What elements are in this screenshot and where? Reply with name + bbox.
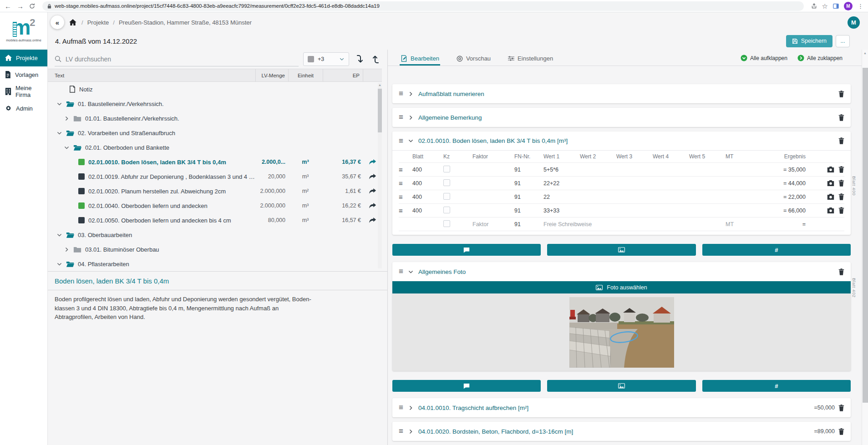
fn-cell[interactable]: 91 xyxy=(514,221,543,228)
trash-icon[interactable] xyxy=(838,114,844,121)
kz-checkbox[interactable] xyxy=(443,207,450,213)
add-hash-button[interactable]: # xyxy=(702,244,851,256)
trash-icon[interactable] xyxy=(838,166,844,173)
user-avatar[interactable]: M xyxy=(848,16,860,29)
chevron-down-icon[interactable] xyxy=(56,232,62,238)
collapse-sidebar-button[interactable]: « xyxy=(51,15,64,29)
tree-scrollbar-thumb[interactable] xyxy=(378,89,382,132)
drag-handle-icon[interactable]: ≡ xyxy=(399,403,403,412)
breadcrumb-item[interactable]: Preußen-Stadion, Hammer Straße, 48153 Mü… xyxy=(119,19,252,26)
chevron-down-icon[interactable] xyxy=(64,145,70,151)
url-bar[interactable]: web-stage.mobiles-aufmass.online/project… xyxy=(42,1,804,11)
add-image-button[interactable] xyxy=(547,244,695,256)
panel-scrollbar[interactable]: ▲ xyxy=(862,50,868,445)
tree-row[interactable]: 04. Pflasterarbeiten xyxy=(48,257,382,271)
drag-handle-icon[interactable]: ≡ xyxy=(399,193,412,201)
kz-cell[interactable] xyxy=(443,179,472,187)
camera-icon[interactable] xyxy=(827,193,834,200)
tree-row[interactable]: 01. Baustelleneinr./Verkehrssich. xyxy=(48,96,382,111)
drag-handle-icon[interactable]: ≡ xyxy=(399,207,412,214)
expand-all-button[interactable]: Alle aufklappen xyxy=(741,55,787,61)
chevron-right-icon[interactable] xyxy=(64,247,70,253)
trash-icon[interactable] xyxy=(838,428,844,435)
sidebar-item-projekte[interactable]: Projekte xyxy=(0,50,47,66)
blatt-cell[interactable]: 400 xyxy=(412,180,443,187)
trash-icon[interactable] xyxy=(838,180,844,187)
add-comment-button[interactable] xyxy=(392,244,541,256)
tree-row[interactable]: 02. Vorarbeiten und Straßenaufbruch xyxy=(48,126,382,140)
browser-menu-icon[interactable]: ⋮ xyxy=(858,3,863,10)
trash-icon[interactable] xyxy=(838,268,844,275)
tree-row[interactable]: 03.01. Bituminöser Oberbau xyxy=(48,242,382,257)
chevron-down-icon[interactable] xyxy=(56,101,62,107)
drag-handle-icon[interactable]: ≡ xyxy=(399,427,403,436)
tree-row[interactable]: 02.01.0020. Planum herstellen zul. Abwei… xyxy=(48,184,382,198)
fn-cell[interactable]: 91 xyxy=(514,167,543,173)
wert1-cell[interactable]: Freie Schreibweise xyxy=(543,221,580,228)
scroll-up-icon[interactable]: ▲ xyxy=(378,83,382,86)
card-header[interactable]: ≡04.01.0010. Tragschicht aufbrechen [m²]… xyxy=(392,398,851,417)
tree-row[interactable]: 02.01.0040. Oberboden liefern und andeck… xyxy=(48,198,382,213)
camera-icon[interactable] xyxy=(827,180,834,187)
tree-row[interactable]: 02.01.0019. Abfuhr zur Deponierung , Bod… xyxy=(48,169,382,184)
card-header[interactable]: ≡02.01.0010. Boden lösen, laden BK 3/4 T… xyxy=(392,131,851,151)
sidebar-item-meine-firma[interactable]: Meine Firma xyxy=(0,83,47,100)
kz-checkbox[interactable] xyxy=(443,179,450,186)
drag-handle-icon[interactable]: ≡ xyxy=(399,179,412,187)
panel-scrollbar-thumb[interactable] xyxy=(863,68,868,403)
mt-cell[interactable]: MT xyxy=(726,221,755,228)
scroll-up-icon[interactable]: ▲ xyxy=(862,51,868,55)
choose-photo-button[interactable]: Foto auswählen xyxy=(392,281,851,293)
blatt-cell[interactable]: 400 xyxy=(412,167,443,173)
export-up-button[interactable] xyxy=(370,53,382,66)
trash-icon[interactable] xyxy=(838,137,844,144)
tab-vorschau[interactable]: Vorschau xyxy=(456,55,492,66)
share-icon[interactable] xyxy=(811,3,817,9)
card-header[interactable]: ≡Aufmaßblatt numerieren xyxy=(392,84,851,103)
import-down-button[interactable] xyxy=(354,53,365,66)
chevron-right-icon[interactable] xyxy=(408,91,414,97)
collapse-all-button[interactable]: Alle zuklappen xyxy=(797,55,843,61)
trash-icon[interactable] xyxy=(838,193,844,200)
tab-bearbeiten[interactable]: Bearbeiten xyxy=(400,55,440,66)
breadcrumb-home-icon[interactable] xyxy=(69,19,76,25)
add-hash-button[interactable]: # xyxy=(702,380,851,392)
kz-checkbox[interactable] xyxy=(443,166,450,172)
chevron-down-icon[interactable] xyxy=(408,138,414,144)
kz-cell[interactable] xyxy=(443,207,472,215)
browser-forward-icon[interactable]: → xyxy=(17,3,24,10)
drag-handle-icon[interactable]: ≡ xyxy=(399,166,412,173)
wert1-cell[interactable]: 5+5*6 xyxy=(543,167,580,173)
camera-icon[interactable] xyxy=(827,207,834,214)
trash-icon[interactable] xyxy=(838,207,844,214)
tree-row[interactable]: 02.01.0050. Oberboden liefern und andeck… xyxy=(48,213,382,228)
photo-preview-area[interactable] xyxy=(392,293,851,371)
tree-row[interactable]: Notiz xyxy=(48,82,382,96)
card-header[interactable]: ≡Allgemeines Foto xyxy=(392,262,851,281)
kz-cell[interactable] xyxy=(443,166,472,174)
fn-cell[interactable]: 91 xyxy=(514,207,543,214)
drag-handle-icon[interactable]: ≡ xyxy=(399,137,403,146)
bookmark-star-icon[interactable]: ☆ xyxy=(822,3,828,10)
breadcrumb-item[interactable]: Projekte xyxy=(87,19,109,26)
more-actions-button[interactable]: ... xyxy=(836,35,850,47)
chevron-right-icon[interactable] xyxy=(408,405,414,411)
camera-icon[interactable] xyxy=(827,166,834,173)
save-button[interactable]: Speichern xyxy=(786,35,832,47)
add-comment-button[interactable] xyxy=(392,380,541,392)
tree-row[interactable]: 03. Oberbauarbeiten xyxy=(48,228,382,242)
side-panel-icon[interactable] xyxy=(833,3,839,9)
chevron-right-icon[interactable] xyxy=(408,115,414,121)
chevron-down-icon[interactable] xyxy=(56,261,62,267)
drag-handle-icon[interactable]: ≡ xyxy=(399,267,403,276)
blatt-cell[interactable]: 400 xyxy=(412,207,443,214)
faktor-cell[interactable]: Faktor xyxy=(472,221,514,228)
trash-icon[interactable] xyxy=(838,91,844,97)
fn-cell[interactable]: 91 xyxy=(514,180,543,187)
browser-profile-avatar[interactable]: M xyxy=(844,2,853,10)
chevron-right-icon[interactable] xyxy=(64,116,70,121)
wert1-cell[interactable]: 33+33 xyxy=(543,207,580,214)
card-header[interactable]: ≡04.01.0020. Bordstein, Beton, Flachbord… xyxy=(392,422,851,441)
blatt-cell[interactable]: 400 xyxy=(412,194,443,200)
fn-cell[interactable]: 91 xyxy=(514,194,543,200)
